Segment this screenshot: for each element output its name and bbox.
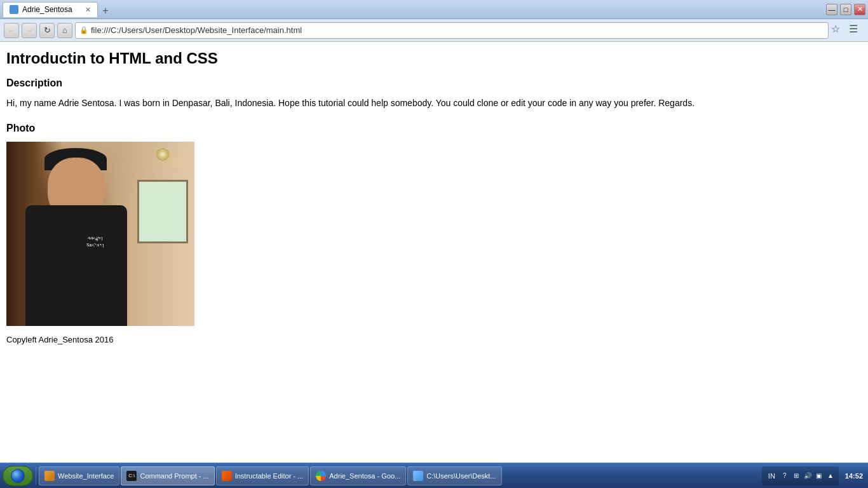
navigation-bar: ← → ↻ ⌂ 🔒 ☆ ☰ <box>0 19 868 42</box>
wall-light <box>156 148 169 161</box>
help-icon[interactable]: ? <box>780 471 789 480</box>
address-icon: 🔒 <box>79 26 88 34</box>
copyright-text: Copyleft Adrie_Sentosa 2016 <box>6 335 862 344</box>
adrie-sentosa-label: Adrie_Sentosa - Goo... <box>329 472 400 480</box>
reload-button[interactable]: ↻ <box>39 23 55 38</box>
close-button[interactable]: ✕ <box>854 4 865 15</box>
taskbar-item-adrie-sentosa[interactable]: Adrie_Sentosa - Goo... <box>310 466 406 485</box>
shirt-line1: བཤད་སྒྲ། <box>54 236 137 243</box>
taskbar-right: IN ? ⊞ 🔊 ▣ ▲ 14:52 <box>762 466 865 485</box>
browser-tab[interactable]: Adrie_Sentosa ✕ <box>3 2 98 17</box>
photo-image: བཤད་སྒྲ། མཆོད་མེར། <box>6 142 194 326</box>
description-heading: Description <box>6 78 862 89</box>
clock[interactable]: 14:52 <box>843 472 865 480</box>
taskbar-divider-1 <box>36 467 36 485</box>
windows-orb-icon <box>11 469 25 483</box>
menu-button[interactable]: ☰ <box>849 23 864 38</box>
home-button[interactable]: ⌂ <box>57 23 72 38</box>
battery-icon: ▣ <box>815 471 824 480</box>
address-bar[interactable] <box>91 25 824 35</box>
taskbar-item-file-explorer[interactable]: C:\Users\User\Deskt... <box>407 466 501 485</box>
instructable-label: Instructable Editor - ... <box>235 472 304 480</box>
page-main-title: Introductin to HTML and CSS <box>6 50 862 67</box>
forward-button[interactable]: → <box>22 23 37 38</box>
description-text: Hi, my name Adrie Sentosa. I was born in… <box>6 97 862 110</box>
address-bar-wrapper: 🔒 <box>75 22 829 39</box>
website-interface-icon <box>44 471 55 481</box>
arrow-up-icon[interactable]: ▲ <box>826 471 835 480</box>
clock-time: 14:52 <box>845 472 863 480</box>
browser-content: Introductin to HTML and CSS Description … <box>0 42 868 463</box>
shirt-line2: མཆོད་མེར། <box>54 243 137 250</box>
command-prompt-icon: C:\ <box>126 471 137 481</box>
person-body: བཤད་སྒྲ། མཆོད་མེར། <box>25 205 127 326</box>
chrome-icon <box>316 471 326 481</box>
taskbar: Website_Interface C:\ Command Prompt - .… <box>0 463 868 488</box>
system-tray: IN ? ⊞ 🔊 ▣ ▲ <box>762 466 839 485</box>
bookmarks-button[interactable]: ☆ <box>831 23 846 38</box>
shirt-text: བཤད་སྒྲ། མཆོད་མེར། <box>54 236 137 250</box>
new-tab-button[interactable]: + <box>99 4 112 17</box>
back-button[interactable]: ← <box>4 23 19 38</box>
volume-icon[interactable]: 🔊 <box>803 471 812 480</box>
tab-area: Adrie_Sentosa ✕ + <box>3 2 112 17</box>
title-bar: Adrie_Sentosa ✕ + — □ ✕ <box>0 0 868 19</box>
language-indicator: IN <box>766 472 778 480</box>
taskbar-item-website-interface[interactable]: Website_Interface <box>39 466 119 485</box>
photo-heading: Photo <box>6 123 862 134</box>
taskbar-item-instructable[interactable]: Instructable Editor - ... <box>216 466 309 485</box>
instructable-icon <box>222 471 232 481</box>
maximize-button[interactable]: □ <box>840 4 851 15</box>
file-explorer-icon <box>413 471 423 481</box>
tab-label: Adrie_Sentosa <box>22 5 72 14</box>
title-bar-controls: — □ ✕ <box>826 4 865 15</box>
file-explorer-label: C:\Users\User\Deskt... <box>426 472 496 480</box>
wall-frame <box>137 180 188 243</box>
command-prompt-label: Command Prompt - ... <box>140 472 208 480</box>
start-button[interactable] <box>3 466 33 486</box>
photo-inner: བཤད་སྒྲ། མཆོད་མེར། <box>6 142 194 326</box>
tab-close-button[interactable]: ✕ <box>85 6 91 14</box>
title-bar-left: Adrie_Sentosa ✕ + <box>3 2 112 17</box>
website-interface-label: Website_Interface <box>58 472 114 480</box>
minimize-button[interactable]: — <box>826 4 837 15</box>
taskbar-item-command-prompt[interactable]: C:\ Command Prompt - ... <box>121 466 214 485</box>
tab-favicon <box>10 5 18 14</box>
network-icon[interactable]: ⊞ <box>792 471 801 480</box>
